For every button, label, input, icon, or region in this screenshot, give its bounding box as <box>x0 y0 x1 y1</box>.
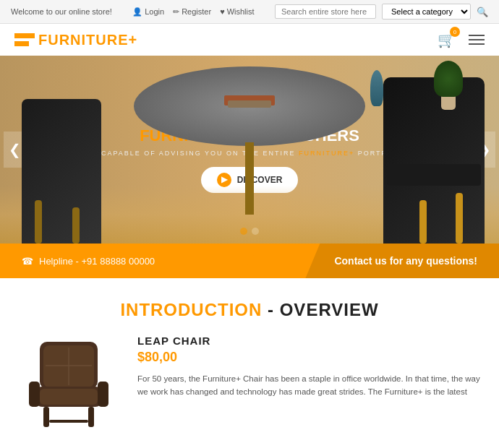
cart-button[interactable]: 🛒 0 <box>438 31 456 48</box>
helpline-contact: Contact us for any questions! <box>305 244 499 278</box>
search-area: Select a category 🔍 <box>275 4 488 20</box>
svg-rect-8 <box>43 407 49 427</box>
logo-icon <box>14 31 35 48</box>
arrow-icon: ▶ <box>217 173 231 187</box>
hamburger-menu[interactable] <box>469 35 485 45</box>
logo-text: FURNITURE+ <box>38 32 137 48</box>
product-name: LEAP CHAIR <box>137 335 485 347</box>
product-price: $80,00 <box>137 350 485 365</box>
heart-icon: ♥ <box>220 7 225 16</box>
register-link[interactable]: ✏ Register <box>173 7 211 17</box>
phone-icon: ☎ <box>22 256 33 267</box>
welcome-text: Welcome to our online store! <box>11 7 112 16</box>
pencil-icon: ✏ <box>173 7 179 17</box>
intro-title: INTRODUCTION - OVERVIEW <box>14 300 485 320</box>
hero-slider: As the largest dealer of FURNITURE+ - FU… <box>0 56 499 244</box>
search-button[interactable]: 🔍 <box>477 7 488 17</box>
svg-rect-7 <box>98 382 108 407</box>
site-header: FURNITURE+ 🛒 0 <box>0 24 499 56</box>
user-icon: 👤 <box>132 7 142 17</box>
svg-rect-10 <box>49 420 88 423</box>
svg-rect-5 <box>40 389 98 405</box>
top-bar: Welcome to our online store! 👤 Login ✏ R… <box>0 0 499 24</box>
category-select[interactable]: Select a category <box>382 4 471 20</box>
svg-rect-9 <box>88 407 94 427</box>
product-image <box>14 335 123 428</box>
intro-content: LEAP CHAIR $80,00 For 50 years, the Furn… <box>14 335 485 428</box>
login-link[interactable]: 👤 Login <box>132 7 164 17</box>
top-nav: 👤 Login ✏ Register ♥ Wishlist <box>132 7 254 17</box>
product-info: LEAP CHAIR $80,00 For 50 years, the Furn… <box>137 335 485 399</box>
helpline-phone: ☎ Helpline - +91 88888 00000 <box>0 244 305 278</box>
svg-rect-6 <box>29 382 40 407</box>
product-description: For 50 years, the Furniture+ Chair has b… <box>137 372 485 399</box>
intro-section: INTRODUCTION - OVERVIEW <box>0 278 499 443</box>
cart-badge: 0 <box>450 27 460 37</box>
logo[interactable]: FURNITURE+ <box>14 31 137 48</box>
header-actions: 🛒 0 <box>438 31 485 48</box>
helpline-bar: ☎ Helpline - +91 88888 00000 Contact us … <box>0 244 499 278</box>
wishlist-link[interactable]: ♥ Wishlist <box>220 7 254 16</box>
search-input[interactable] <box>275 4 376 19</box>
